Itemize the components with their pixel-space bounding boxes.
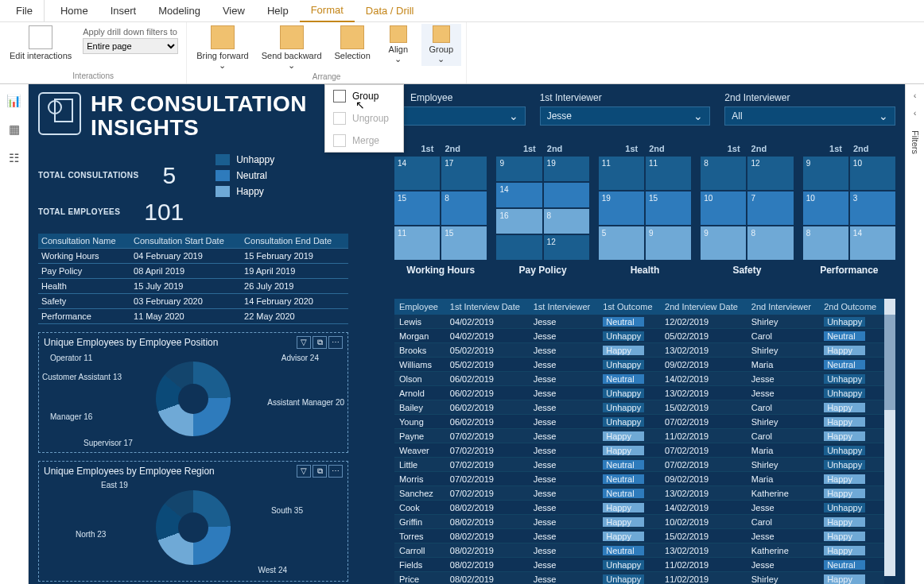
filters-pane-label[interactable]: Filters — [910, 130, 920, 154]
table-row[interactable]: Health15 July 201926 July 2019 — [38, 279, 348, 294]
table-row[interactable]: Brooks05/02/2019JesseHappy13/02/2019Shir… — [394, 343, 884, 358]
table-row[interactable]: Working Hours04 February 201915 February… — [38, 249, 348, 264]
table-scrollbar[interactable] — [884, 299, 895, 576]
tab-insert[interactable]: Insert — [99, 0, 148, 21]
collapse-pane-icon[interactable]: ‹ — [914, 108, 917, 118]
treemap-visual[interactable]: 1st2nd14151117815Working Hours — [394, 144, 487, 276]
report-view-icon[interactable]: 📊 — [6, 94, 21, 108]
tab-datadrill[interactable]: Data / Drill — [355, 0, 425, 21]
table-row[interactable]: Morgan04/02/2019JesseUnhappy05/02/2019Ca… — [394, 329, 884, 343]
table-row[interactable]: Weaver07/02/2019JesseHappy07/02/2019Mari… — [394, 443, 884, 458]
edit-interactions-button[interactable]: Edit interactions — [5, 24, 76, 62]
treemap-cell: 8 — [747, 226, 793, 260]
table-row[interactable]: Olson06/02/2019JesseNeutral14/02/2019Jes… — [394, 372, 884, 386]
donut-label: Supervisor 17 — [83, 439, 133, 447]
consultation-table[interactable]: Consultation NameConsultation Start Date… — [38, 234, 348, 324]
model-view-icon[interactable]: ☷ — [9, 151, 19, 165]
report-title-line2: INSIGHTS — [91, 116, 307, 140]
treemap-visual[interactable]: 1st2nd910810314Performance — [803, 144, 895, 276]
visual-filter-icon[interactable]: ▽ — [297, 336, 311, 349]
align-button[interactable]: Align⌄ — [379, 24, 418, 66]
table-header[interactable]: 1st Interview Date — [445, 299, 529, 315]
interview-table[interactable]: Employee1st Interview Date1st Interviewe… — [394, 299, 884, 584]
table-header[interactable]: 2nd Interviewer — [747, 299, 819, 315]
table-header[interactable]: Employee — [394, 299, 445, 315]
table-row[interactable]: Lewis04/02/2019JesseNeutral12/02/2019Shi… — [394, 315, 884, 329]
table-row[interactable]: Bailey06/02/2019JesseUnhappy15/02/2019Ca… — [394, 400, 884, 415]
legend-swatch-unhappy — [215, 154, 230, 165]
outcome-badge: Unhappy — [603, 574, 644, 584]
kpi-consultations-value: 5 — [162, 162, 176, 189]
table-row[interactable]: Williams05/02/2019JesseUnhappy09/02/2019… — [394, 358, 884, 372]
drill-filter-select[interactable]: Entire page — [83, 38, 178, 54]
treemap-cell: 15 — [441, 226, 487, 260]
outcome-badge: Neutral — [824, 331, 865, 341]
tab-file[interactable]: File — [5, 0, 45, 21]
table-row[interactable]: Carroll08/02/2019JesseNeutral13/02/2019K… — [394, 543, 884, 558]
report-title-line1: HR CONSULTATION — [91, 92, 307, 116]
tab-format[interactable]: Format — [300, 0, 355, 22]
table-row[interactable]: Safety03 February 202014 February 2020 — [38, 294, 348, 309]
table-row[interactable]: Fields08/02/2019JesseUnhappy11/02/2019Je… — [394, 558, 884, 572]
treemap-visual[interactable]: 1st2nd1119511159Health — [599, 144, 691, 276]
tab-help[interactable]: Help — [256, 0, 300, 21]
menu-item-group[interactable]: Group — [325, 85, 403, 107]
tab-home[interactable]: Home — [49, 0, 99, 21]
group-button[interactable]: Group⌄ — [421, 24, 461, 66]
visual-filter-icon[interactable]: ▽ — [297, 465, 311, 478]
treemap-cell: 10 — [803, 191, 848, 225]
merge-icon — [333, 134, 346, 147]
chevron-down-icon: ⌄ — [288, 60, 295, 71]
legend-label-unhappy: Unhappy — [236, 154, 274, 165]
outcome-badge: Neutral — [603, 474, 644, 484]
treemap-visual[interactable]: 1st2nd81091278Safety — [701, 144, 793, 276]
table-row[interactable]: Torres08/02/2019JesseHappy15/02/2019Jess… — [394, 529, 884, 543]
tab-modeling[interactable]: Modeling — [147, 0, 212, 21]
tmap-col-hdr: 1st — [829, 144, 842, 153]
table-row[interactable]: Price08/02/2019JesseUnhappy11/02/2019Shi… — [394, 572, 884, 585]
table-header[interactable]: Consultation Name — [38, 234, 130, 249]
outcome-badge: Unhappy — [824, 446, 865, 455]
treemap-caption: Pay Policy — [519, 265, 567, 276]
send-backward-button[interactable]: Send backward⌄ — [257, 24, 327, 72]
tab-view[interactable]: View — [212, 0, 256, 21]
visual-more-icon[interactable]: ⋯ — [328, 465, 343, 478]
tmap-col-hdr: 2nd — [445, 144, 460, 153]
table-header[interactable]: 2nd Interview Date — [660, 299, 747, 315]
table-row[interactable]: Little07/02/2019JesseNeutral07/02/2019Sh… — [394, 458, 884, 472]
treemap-cell: 14 — [850, 226, 895, 260]
kpi-consultations-label: TOTAL CONSULTATIONS — [38, 171, 138, 180]
table-row[interactable]: Cook08/02/2019JesseHappy14/02/2019JesseU… — [394, 501, 884, 515]
visual-more-icon[interactable]: ⋯ — [328, 336, 343, 349]
data-view-icon[interactable]: ▦ — [9, 122, 20, 137]
table-header[interactable]: Consultation End Date — [241, 234, 348, 249]
outcome-badge: Unhappy — [824, 374, 865, 384]
report-canvas[interactable]: HR CONSULTATION INSIGHTS Employee 1st In… — [29, 84, 905, 584]
table-row[interactable]: Arnold06/02/2019JesseUnhappy13/02/2019Je… — [394, 386, 884, 400]
table-row[interactable]: Performance11 May 202022 May 2020 — [38, 309, 348, 324]
table-row[interactable]: Young06/02/2019JesseUnhappy07/02/2019Shi… — [394, 415, 884, 429]
align-label: Align — [389, 44, 408, 54]
table-row[interactable]: Morris07/02/2019JesseNeutral09/02/2019Ma… — [394, 472, 884, 486]
slicer-interviewer1-dropdown[interactable]: Jesse — [540, 106, 711, 126]
table-header[interactable]: Consultation Start Date — [130, 234, 241, 249]
table-header[interactable]: 2nd Outcome — [819, 299, 884, 315]
visual-employees-by-position[interactable]: Unique Employees by Employee Position ▽ … — [38, 332, 348, 453]
table-header[interactable]: 1st Outcome — [598, 299, 660, 315]
tmap-col-hdr: 1st — [421, 144, 433, 153]
table-header[interactable]: 1st Interviewer — [529, 299, 599, 315]
visual-focus-icon[interactable]: ⧉ — [313, 465, 327, 478]
slicer-interviewer2-dropdown[interactable]: All — [724, 106, 895, 126]
table-row[interactable]: Sanchez07/02/2019JesseNeutral13/02/2019K… — [394, 486, 884, 501]
selection-pane-button[interactable]: Selection — [330, 24, 375, 62]
outcome-badge: Neutral — [824, 560, 865, 570]
visual-focus-icon[interactable]: ⧉ — [313, 336, 327, 349]
table-row[interactable]: Pay Policy08 April 201919 April 2019 — [38, 264, 348, 279]
table-row[interactable]: Griffin08/02/2019JesseHappy10/02/2019Car… — [394, 515, 884, 529]
bring-forward-button[interactable]: Bring forward⌄ — [192, 24, 253, 72]
treemap-visual[interactable]: 1st2nd9141619812Pay Policy — [496, 144, 588, 276]
visual-employees-by-region[interactable]: Unique Employees by Employee Region ▽ ⧉ … — [38, 461, 348, 582]
table-row[interactable]: Payne07/02/2019JesseHappy11/02/2019Carol… — [394, 429, 884, 443]
collapse-pane-icon[interactable]: ‹ — [914, 91, 917, 100]
scrollbar-thumb[interactable] — [884, 315, 895, 410]
